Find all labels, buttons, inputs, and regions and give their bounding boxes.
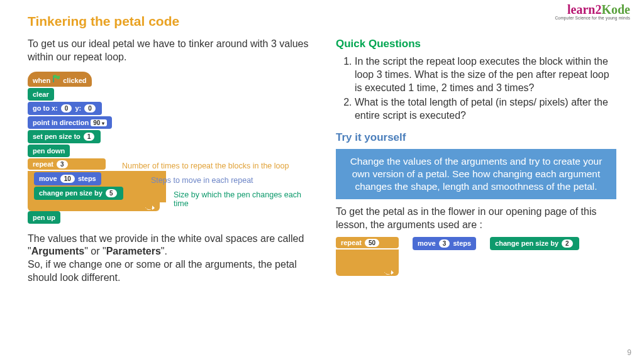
block-clear: clear — [28, 88, 54, 101]
when-label: when — [33, 77, 50, 84]
block-change-pen-size: change pen size by 5 — [34, 187, 123, 200]
block-when-clicked: when clicked — [28, 72, 92, 87]
annotation-change: Size by which the pen changes each time — [174, 190, 314, 208]
logo-text-b: 2 — [595, 3, 601, 16]
annotation-repeat: Number of times to repeat the blocks in … — [122, 162, 289, 170]
logo-main: learn2Kode — [555, 4, 630, 15]
expl-arguments: Arguments — [31, 246, 84, 256]
setpen-label: set pen size to — [33, 133, 80, 140]
expl-3: ". — [161, 246, 167, 256]
block-move: move 10 steps — [34, 172, 101, 185]
block-pen-down: pen down — [28, 145, 70, 157]
arg-change-block: change pen size by 2 — [490, 237, 579, 250]
logo-text-a: learn — [567, 3, 595, 16]
repeat-body: move 10 steps change pen size by 5 — [28, 171, 166, 202]
repeat-label: repeat — [33, 160, 53, 168]
logo: learn2Kode Computer Science for the youn… — [555, 4, 630, 20]
intro-text: To get us our ideal petal we have to tin… — [28, 38, 314, 64]
goto-x-arg: 0 — [61, 104, 72, 112]
annotation-move: Steps to move in each repeat — [151, 176, 253, 185]
block-set-pen-size: set pen size to 1 — [28, 130, 101, 143]
point-label: point in direction — [33, 119, 89, 126]
try-it-yourself-title: Try it yourself — [336, 131, 616, 144]
arg-move-block: move 3 steps — [413, 237, 476, 250]
quick-questions-title: Quick Questions — [336, 38, 616, 50]
expl-4: So, if we change one or some or all the … — [28, 259, 297, 283]
argument-blocks: repeat 50 move 3 steps change pen size b… — [336, 237, 616, 276]
clicked-label: clicked — [63, 77, 86, 84]
logo-text-c: Kode — [601, 3, 630, 16]
arg-repeat-block: repeat 50 — [336, 237, 399, 276]
used-args-text: To get the petal as in the flower in our… — [336, 206, 616, 232]
page-title: Tinkering the petal code — [28, 14, 616, 29]
expl-parameters: Parameters — [106, 246, 161, 256]
move-label-a: move — [39, 175, 57, 182]
arg-change-label: change pen size by — [495, 239, 558, 247]
arg-change-value: 2 — [562, 239, 573, 248]
arg-move-label-b: steps — [453, 239, 471, 247]
goto-label-a: go to x: — [33, 104, 58, 112]
arg-move-value: 3 — [439, 239, 450, 248]
callout-box: Change the values of the arguments and t… — [336, 149, 616, 199]
explanation-text: The values that we provide in the white … — [28, 233, 314, 285]
arg-move-label-a: move — [418, 239, 436, 247]
loop-arrow-icon — [384, 268, 395, 275]
page-number: 9 — [627, 348, 631, 357]
question-2: What is the total length of petal (in st… — [355, 96, 616, 123]
goto-label-b: y: — [75, 104, 81, 112]
arg-repeat-label: repeat — [341, 239, 362, 246]
loop-arrow-icon — [145, 204, 156, 210]
columns: To get us our ideal petal we have to tin… — [28, 38, 616, 285]
right-column: Quick Questions In the script the repeat… — [336, 38, 616, 285]
logo-subtitle: Computer Science for the young minds — [555, 16, 630, 20]
move-label-b: steps — [78, 175, 96, 182]
change-arg: 5 — [106, 189, 117, 197]
question-list: In the script the repeat loop executes t… — [336, 55, 616, 123]
arg-repeat-value: 50 — [365, 239, 379, 247]
repeat-arg: 3 — [57, 160, 68, 168]
goto-y-arg: 0 — [84, 104, 96, 112]
block-repeat: repeat 3 — [28, 158, 106, 170]
scratch-script: when clicked clear go to x: 0 y: 0 point… — [28, 72, 314, 225]
repeat-foot — [28, 202, 160, 211]
left-column: To get us our ideal petal we have to tin… — [28, 38, 314, 285]
question-1: In the script the repeat loop executes t… — [355, 55, 616, 94]
page: learn2Kode Computer Science for the youn… — [0, 0, 644, 362]
green-flag-icon — [52, 75, 61, 84]
block-pen-up: pen up — [28, 211, 60, 224]
point-dir-dropdown: 90 — [91, 119, 106, 126]
expl-2: " or " — [84, 246, 106, 256]
block-point: point in direction 90 — [28, 116, 112, 129]
setpen-arg: 1 — [84, 133, 95, 141]
move-arg: 10 — [60, 175, 75, 183]
change-label: change pen size by — [39, 189, 103, 197]
block-goto: go to x: 0 y: 0 — [28, 102, 102, 115]
